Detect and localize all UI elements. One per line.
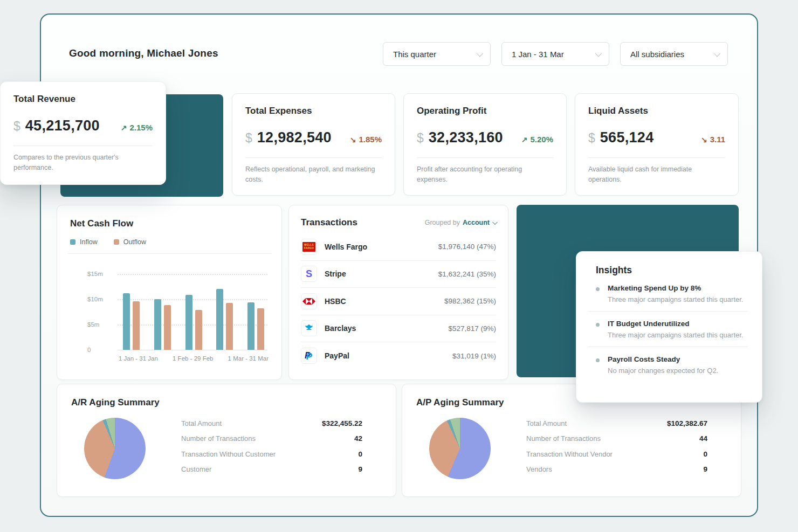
insight-title: Marketing Spend Up by 8% (608, 284, 748, 292)
account-amount: $1,632,241 (35%) (438, 270, 496, 278)
kpi-card-operating-profit: Operating Profit $ 32,233,160 ↗ 5.20% Pr… (403, 93, 567, 196)
transaction-row-hsbc[interactable]: HSBC $982,362 (15%) (301, 288, 496, 315)
inflow-bar (154, 299, 161, 350)
trend-down-icon: ↘ (701, 135, 707, 144)
kpi-card-total-revenue: Total Revenue $ 45,215,700 ↗ 2.15% Compa… (0, 81, 166, 185)
chevron-down-icon (714, 50, 721, 57)
x-axis-line (118, 350, 267, 350)
stat-row: Number of Transactions 42 (181, 431, 362, 447)
account-amount: $982,362 (15%) (444, 297, 496, 305)
transactions-title: Transactions (301, 217, 357, 228)
stat-value: 9 (703, 465, 707, 473)
kpi-card-liquid-assets: Liquid Assets $ 565,124 ↘ 3.11 Available… (575, 93, 739, 196)
outflow-bar (164, 305, 171, 350)
stat-label: Transaction Without Vendor (526, 450, 613, 458)
stat-row: Transaction Without Customer 0 (181, 446, 362, 462)
gridline-15m (118, 274, 267, 275)
stripe-logo-icon: S (301, 266, 317, 282)
filter-daterange-dropdown[interactable]: 1 Jan - 31 Mar (501, 42, 609, 66)
insight-description: Three major campaigns started this quart… (608, 295, 748, 303)
account-name: Wells Fargo (325, 243, 367, 251)
divider (245, 157, 382, 158)
transaction-row-paypal[interactable]: P P PayPal $31,019 (1%) (301, 342, 496, 370)
insight-item: IT Budget Underutilized Three major camp… (588, 312, 748, 347)
grouped-by-value: Account (463, 219, 490, 226)
outflow-bar (195, 310, 202, 350)
stat-label: Transaction Without Customer (181, 450, 276, 458)
trend-up-icon: ↗ (121, 123, 127, 132)
stat-row: Transaction Without Vendor 0 (526, 446, 707, 462)
ar-aging-summary-card: A/R Aging Summary Total Amount $322,455.… (57, 384, 396, 497)
insight-item: Payroll Costs Steady No major changes ex… (588, 347, 748, 382)
kpi-card-total-expenses: Total Expenses $ 12,982,540 ↘ 1.85% Refl… (232, 93, 395, 196)
kpi-value: 12,982,540 (257, 129, 332, 146)
y-tick: $10m (87, 296, 103, 302)
account-name: PayPal (325, 351, 349, 360)
inflow-legend-swatch (70, 239, 75, 245)
stat-label: Customer (181, 465, 211, 473)
stat-label: Total Amount (526, 419, 567, 427)
stat-value: 0 (358, 450, 362, 458)
ap-pie-chart (429, 418, 491, 479)
filter-quarter-dropdown[interactable]: This quarter (383, 42, 491, 66)
bar-pair (185, 295, 202, 350)
currency-symbol: $ (417, 131, 424, 146)
account-name: HSBC (325, 297, 346, 306)
kpi-delta: 3.11 (710, 135, 725, 144)
inflow-bar (216, 289, 223, 350)
divider (13, 146, 153, 146)
stat-label: Vendors (526, 465, 552, 473)
divider (417, 157, 553, 158)
bar-chart: $15m $10m $5m 0 (118, 269, 267, 350)
currency-symbol: $ (245, 131, 252, 146)
kpi-description: Compares to the previous quarter's perfo… (13, 153, 153, 173)
trend-down-icon: ↘ (350, 135, 356, 144)
bar-pair (247, 302, 264, 350)
ar-aging-title: A/R Aging Summary (71, 397, 362, 408)
stat-row: Number of Transactions 44 (526, 431, 707, 447)
stat-row: Total Amount $322,455.22 (181, 416, 362, 431)
x-tick-feb: 1 Feb - 29 Feb (173, 355, 213, 362)
wells-fargo-logo-icon: WELLS FARGO (301, 239, 317, 255)
kpi-title: Total Revenue (13, 94, 153, 105)
dashboard-page: Good morning, Michael Jones This quarter… (0, 0, 798, 532)
kpi-value: 32,233,160 (429, 129, 503, 146)
net-cash-flow-title: Net Cash Flow (70, 218, 270, 229)
kpi-description: Available liquid cash for immediate oper… (588, 164, 725, 185)
grouped-by-selector[interactable]: Grouped by Account (425, 219, 496, 226)
transaction-row-wells-fargo[interactable]: WELLS FARGO Wells Fargo $1,976,140 (47%) (301, 233, 496, 261)
account-name: Barclays (325, 324, 356, 333)
bar-pair (154, 299, 171, 350)
kpi-delta: 1.85% (359, 135, 382, 144)
kpi-delta: 5.20% (530, 135, 553, 144)
filter-quarter-value: This quarter (393, 50, 436, 59)
transaction-row-barclays[interactable]: Barclays $527,817 (9%) (301, 315, 496, 343)
bullet-icon (596, 358, 600, 362)
net-cash-flow-card: Net Cash Flow Inflow Outflow $15m $10m $… (57, 205, 282, 380)
kpi-delta: 2.15% (129, 123, 153, 132)
account-name: Stripe (325, 270, 346, 278)
outflow-bar (226, 303, 233, 350)
insights-title: Insights (596, 265, 748, 276)
x-tick-mar: 1 Mar - 31 Mar (228, 355, 269, 362)
ar-pie-chart (84, 418, 146, 479)
inflow-bar (247, 302, 254, 350)
stat-value: 42 (354, 434, 362, 443)
kpi-value: 565,124 (600, 129, 654, 146)
barclays-logo-icon (301, 320, 317, 336)
bullet-icon (596, 323, 600, 327)
trend-up-icon: ↗ (521, 135, 528, 144)
account-amount: $527,817 (9%) (448, 324, 496, 333)
transaction-row-stripe[interactable]: S Stripe $1,632,241 (35%) (301, 261, 496, 288)
filter-subsidiaries-dropdown[interactable]: All subsidiaries (620, 42, 728, 66)
divider (588, 157, 725, 158)
stat-label: Total Amount (181, 419, 222, 427)
account-amount: $1,976,140 (47%) (438, 243, 496, 251)
stat-row: Customer 9 (181, 462, 362, 478)
insight-description: No major changes expected for Q2. (608, 367, 748, 375)
chevron-down-icon (492, 219, 498, 225)
inflow-legend-label: Inflow (80, 238, 98, 246)
page-title: Good morning, Michael Jones (69, 47, 218, 59)
kpi-value: 45,215,700 (25, 118, 100, 134)
stat-label: Number of Transactions (526, 434, 601, 443)
